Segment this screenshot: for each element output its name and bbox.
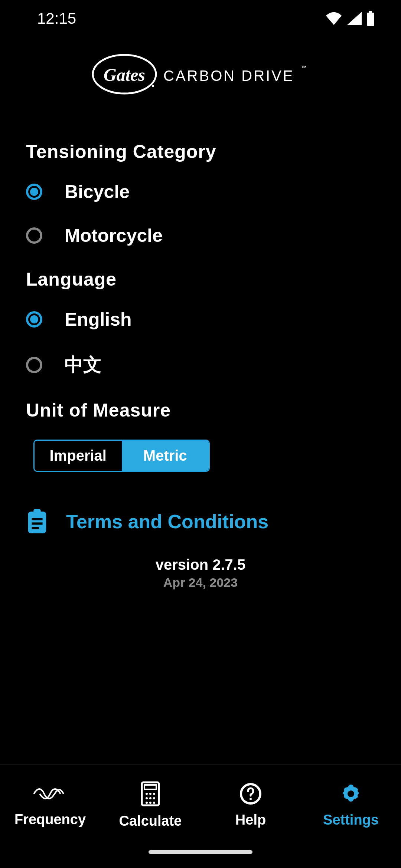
- svg-point-16: [146, 797, 148, 799]
- radio-icon: [26, 227, 42, 244]
- tab-label: Calculate: [119, 813, 182, 829]
- svg-point-24: [348, 790, 354, 797]
- radio-english[interactable]: English: [26, 309, 375, 330]
- svg-rect-8: [32, 518, 42, 520]
- status-icons: [325, 11, 386, 26]
- radio-chinese[interactable]: 中文: [26, 352, 375, 377]
- svg-text:Gates: Gates: [104, 65, 145, 85]
- language-title: Language: [26, 269, 375, 290]
- tensioning-title: Tensioning Category: [26, 141, 375, 162]
- calculator-icon: [141, 781, 160, 806]
- radio-icon: [26, 357, 42, 373]
- svg-point-13: [146, 793, 148, 795]
- unit-imperial-button[interactable]: Imperial: [35, 441, 122, 471]
- svg-rect-0: [369, 11, 372, 13]
- tab-label: Help: [235, 812, 266, 828]
- tab-frequency[interactable]: Frequency: [0, 765, 100, 846]
- brand-text: CARBON DRIVE: [163, 68, 294, 84]
- svg-point-14: [149, 793, 151, 795]
- brand-logo: Gates CARBON DRIVE ™: [0, 37, 401, 119]
- radio-motorcycle[interactable]: Motorcycle: [26, 225, 375, 246]
- tab-bar: Frequency Calculate Help Settings: [0, 764, 401, 846]
- tab-settings[interactable]: Settings: [301, 765, 401, 846]
- radio-icon-selected: [26, 311, 42, 328]
- version-block: version 2.7.5 Apr 24, 2023: [26, 556, 375, 590]
- radio-label: 中文: [65, 352, 102, 377]
- tab-label: Frequency: [14, 812, 86, 828]
- gear-icon: [339, 782, 362, 805]
- battery-icon: [366, 11, 375, 26]
- svg-point-17: [149, 797, 151, 799]
- terms-label: Terms and Conditions: [66, 510, 268, 533]
- svg-rect-10: [32, 527, 39, 529]
- unit-metric-button[interactable]: Metric: [122, 441, 209, 471]
- svg-point-19: [146, 802, 148, 804]
- svg-rect-9: [32, 522, 42, 525]
- help-icon: [239, 782, 262, 805]
- tab-label: Settings: [323, 812, 379, 828]
- status-bar: 12:15: [0, 0, 401, 37]
- tab-help[interactable]: Help: [200, 765, 301, 846]
- svg-point-15: [153, 793, 155, 795]
- svg-point-4: [152, 85, 154, 87]
- radio-icon-selected: [26, 184, 42, 200]
- terms-link[interactable]: Terms and Conditions: [26, 509, 375, 534]
- wifi-icon: [325, 12, 342, 25]
- svg-point-23: [250, 798, 252, 800]
- version-date: Apr 24, 2023: [26, 575, 375, 590]
- home-indicator[interactable]: [0, 846, 401, 868]
- radio-label: Bicycle: [65, 181, 130, 203]
- unit-title: Unit of Measure: [26, 400, 375, 421]
- svg-rect-12: [144, 785, 156, 789]
- version-text: version 2.7.5: [26, 556, 375, 573]
- svg-point-20: [149, 802, 151, 804]
- svg-point-21: [153, 802, 155, 804]
- status-time: 12:15: [37, 10, 76, 27]
- svg-text:™: ™: [301, 65, 307, 71]
- settings-content: Tensioning Category Bicycle Motorcycle L…: [0, 119, 401, 764]
- radio-label: English: [65, 309, 132, 330]
- svg-point-18: [153, 797, 155, 799]
- radio-bicycle[interactable]: Bicycle: [26, 181, 375, 203]
- cellular-icon: [347, 12, 362, 25]
- clipboard-icon: [26, 509, 48, 534]
- svg-rect-7: [33, 509, 40, 514]
- tab-calculate[interactable]: Calculate: [100, 765, 200, 846]
- svg-rect-1: [367, 13, 374, 26]
- wave-icon: [32, 783, 68, 805]
- unit-segmented-control: Imperial Metric: [33, 440, 210, 472]
- radio-label: Motorcycle: [65, 225, 163, 246]
